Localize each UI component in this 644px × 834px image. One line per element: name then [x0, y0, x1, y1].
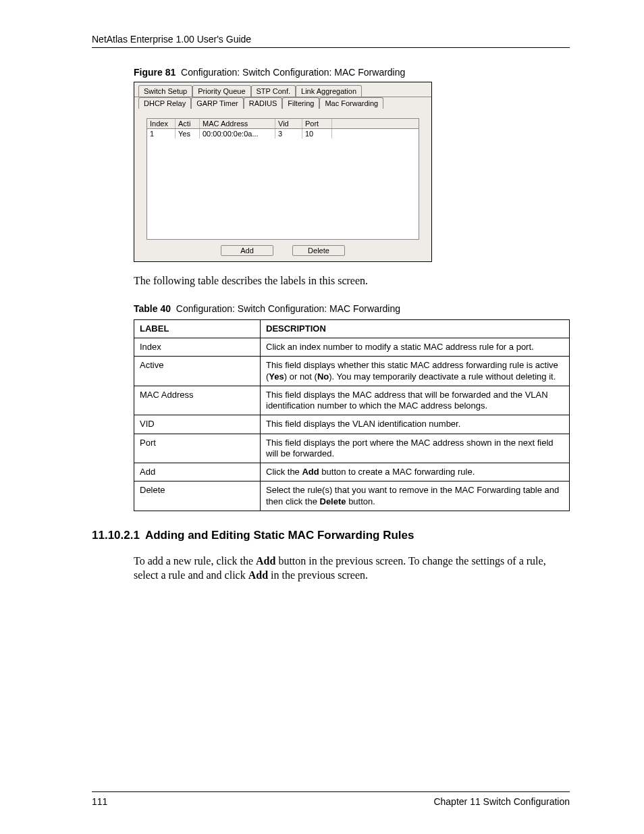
tab-priority-queue[interactable]: Priority Queue [192, 85, 250, 97]
cell-label: Port [134, 434, 261, 463]
tab-link-aggregation[interactable]: Link Aggregation [296, 85, 362, 97]
th-label: LABEL [134, 319, 261, 338]
table-row: ActiveThis field displays whether this s… [134, 357, 570, 386]
figure-dialog: Switch SetupPriority QueueSTP Conf.Link … [134, 82, 432, 262]
section-heading: 11.10.2.1Adding and Editing Static MAC F… [92, 529, 570, 542]
mac-list-row[interactable]: 1Yes00:00:00:0e:0a...310 [147, 129, 419, 138]
section-heading-text: Adding and Editing Static MAC Forwarding… [145, 529, 414, 542]
page-number: 111 [92, 796, 107, 807]
cell-description: This field displays the VLAN identificat… [261, 415, 570, 434]
figure-caption-label: Figure 81 [134, 67, 176, 78]
tab-radius[interactable]: RADIUS [244, 97, 283, 109]
th-description: DESCRIPTION [261, 319, 570, 338]
intro-paragraph: The following table describes the labels… [134, 274, 570, 288]
chapter-label: Chapter 11 Switch Configuration [433, 796, 570, 807]
tab-mac-forwarding[interactable]: Mac Forwarding [319, 97, 383, 109]
tab-stp-conf-[interactable]: STP Conf. [251, 85, 296, 97]
tab-dhcp-relay[interactable]: DHCP Relay [138, 97, 191, 109]
col-mac: MAC Address [200, 119, 275, 128]
add-button[interactable]: Add [221, 245, 273, 256]
page-footer: 111 Chapter 11 Switch Configuration [92, 791, 570, 807]
cell-label: MAC Address [134, 386, 261, 415]
running-header: NetAtlas Enterprise 1.00 User's Guide [92, 34, 570, 45]
tab-row-1: Switch SetupPriority QueueSTP Conf.Link … [134, 82, 431, 97]
table-row: MAC AddressThis field displays the MAC a… [134, 386, 570, 415]
label-description-table: LABEL DESCRIPTION IndexClick an index nu… [134, 319, 570, 511]
table-caption: Table 40 Configuration: Switch Configura… [134, 303, 570, 314]
cell-label: Active [134, 357, 261, 386]
section-heading-number: 11.10.2.1 [92, 529, 140, 542]
tab-garp-timer[interactable]: GARP Timer [191, 97, 244, 109]
mac-list[interactable]: Index Acti MAC Address Vid Port 1Yes00:0… [146, 118, 419, 240]
table-row: VIDThis field displays the VLAN identifi… [134, 415, 570, 434]
tab-filtering[interactable]: Filtering [282, 97, 319, 109]
mac-list-header: Index Acti MAC Address Vid Port [147, 119, 419, 129]
col-vid: Vid [275, 119, 302, 128]
table-row: PortThis field displays the port where t… [134, 434, 570, 463]
cell-description: Click the Add button to create a MAC for… [261, 463, 570, 481]
cell-description: This field displays the MAC address that… [261, 386, 570, 415]
figure-caption: Figure 81 Configuration: Switch Configur… [134, 67, 570, 78]
tab-switch-setup[interactable]: Switch Setup [138, 85, 192, 97]
figure-caption-text: Configuration: Switch Configuration: MAC… [181, 67, 405, 78]
cell-description: Select the rule(s) that you want to remo… [261, 481, 570, 511]
col-index: Index [147, 119, 176, 128]
cell-description: Click an index number to modify a static… [261, 338, 570, 357]
cell-label: Index [134, 338, 261, 357]
tab-row-2: DHCP RelayGARP TimerRADIUSFilteringMac F… [134, 97, 431, 109]
cell-label: VID [134, 415, 261, 434]
cell-description: This field displays the port where the M… [261, 434, 570, 463]
section-body: To add a new rule, click the Add button … [134, 554, 570, 583]
table-row: DeleteSelect the rule(s) that you want t… [134, 481, 570, 511]
col-active: Acti [176, 119, 200, 128]
delete-button[interactable]: Delete [292, 245, 345, 256]
table-caption-text: Configuration: Switch Configuration: MAC… [176, 303, 400, 314]
table-row: AddClick the Add button to create a MAC … [134, 463, 570, 481]
table-caption-label: Table 40 [134, 303, 171, 314]
cell-label: Add [134, 463, 261, 481]
dialog-button-row: Add Delete [134, 245, 431, 256]
header-rule [92, 47, 570, 48]
table-row: IndexClick an index number to modify a s… [134, 338, 570, 357]
col-port: Port [302, 119, 332, 128]
cell-label: Delete [134, 481, 261, 511]
cell-description: This field displays whether this static … [261, 357, 570, 386]
